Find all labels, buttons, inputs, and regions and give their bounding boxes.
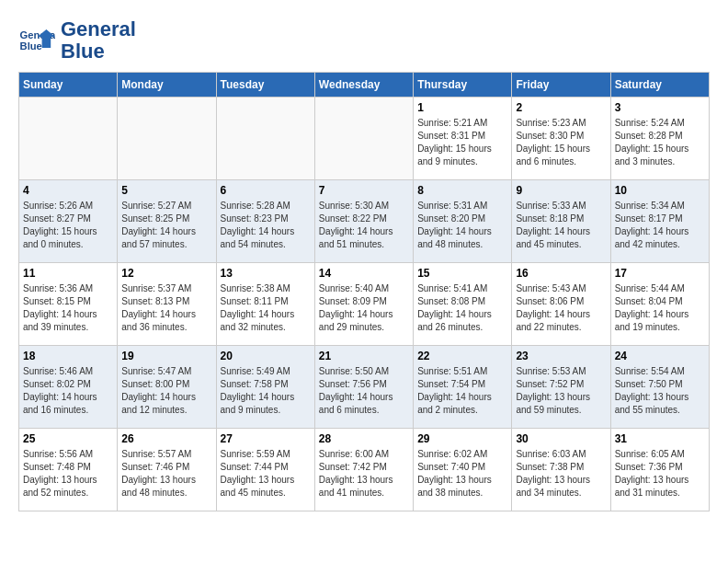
calendar-day-cell: 5Sunrise: 5:27 AMSunset: 8:25 PMDaylight…: [118, 180, 216, 263]
day-info: Sunrise: 5:33 AMSunset: 8:18 PMDaylight:…: [516, 200, 606, 251]
calendar-day-cell: 14Sunrise: 5:40 AMSunset: 8:09 PMDayligh…: [314, 263, 413, 346]
calendar-day-cell: [314, 98, 413, 180]
svg-text:Blue: Blue: [20, 41, 42, 52]
calendar-day-cell: 18Sunrise: 5:46 AMSunset: 8:02 PMDayligh…: [19, 346, 118, 429]
day-info: Sunrise: 5:31 AMSunset: 8:20 PMDaylight:…: [417, 200, 507, 251]
day-info: Sunrise: 5:36 AMSunset: 8:15 PMDaylight:…: [23, 282, 113, 334]
day-info: Sunrise: 6:00 AMSunset: 7:42 PMDaylight:…: [319, 448, 409, 500]
calendar-day-cell: 31Sunrise: 6:05 AMSunset: 7:36 PMDayligh…: [610, 429, 709, 511]
weekday-header-tuesday: Tuesday: [216, 73, 314, 98]
day-info: Sunrise: 5:26 AMSunset: 8:27 PMDaylight:…: [23, 200, 113, 251]
day-info: Sunrise: 6:03 AMSunset: 7:38 PMDaylight:…: [516, 448, 606, 500]
day-info: Sunrise: 5:41 AMSunset: 8:08 PMDaylight:…: [417, 282, 507, 334]
day-info: Sunrise: 5:46 AMSunset: 8:02 PMDaylight:…: [23, 365, 113, 417]
day-info: Sunrise: 5:57 AMSunset: 7:46 PMDaylight:…: [121, 448, 211, 500]
day-number: 16: [516, 267, 606, 280]
day-number: 24: [615, 350, 705, 362]
day-info: Sunrise: 5:50 AMSunset: 7:56 PMDaylight:…: [319, 365, 409, 417]
day-number: 2: [516, 101, 606, 114]
calendar-day-cell: 21Sunrise: 5:50 AMSunset: 7:56 PMDayligh…: [314, 346, 413, 429]
calendar-day-cell: 2Sunrise: 5:23 AMSunset: 8:30 PMDaylight…: [512, 98, 610, 180]
day-info: Sunrise: 5:43 AMSunset: 8:06 PMDaylight:…: [516, 282, 606, 334]
calendar-day-cell: [19, 98, 118, 180]
day-info: Sunrise: 5:51 AMSunset: 7:54 PMDaylight:…: [417, 365, 507, 417]
day-info: Sunrise: 5:38 AMSunset: 8:11 PMDaylight:…: [221, 282, 311, 334]
calendar-day-cell: 9Sunrise: 5:33 AMSunset: 8:18 PMDaylight…: [512, 180, 610, 263]
calendar-day-cell: 4Sunrise: 5:26 AMSunset: 8:27 PMDaylight…: [19, 180, 118, 263]
calendar-week-row: 18Sunrise: 5:46 AMSunset: 8:02 PMDayligh…: [19, 346, 710, 429]
calendar-day-cell: 24Sunrise: 5:54 AMSunset: 7:50 PMDayligh…: [610, 346, 709, 429]
weekday-header-saturday: Saturday: [610, 73, 709, 98]
day-number: 7: [319, 184, 409, 197]
calendar-day-cell: 22Sunrise: 5:51 AMSunset: 7:54 PMDayligh…: [414, 346, 512, 429]
calendar-day-cell: 13Sunrise: 5:38 AMSunset: 8:11 PMDayligh…: [216, 263, 314, 346]
day-info: Sunrise: 5:54 AMSunset: 7:50 PMDaylight:…: [615, 365, 705, 417]
day-number: 6: [221, 184, 311, 197]
calendar-day-cell: 10Sunrise: 5:34 AMSunset: 8:17 PMDayligh…: [610, 180, 709, 263]
day-info: Sunrise: 5:44 AMSunset: 8:04 PMDaylight:…: [615, 282, 705, 334]
day-number: 28: [319, 432, 409, 445]
weekday-header-thursday: Thursday: [414, 73, 512, 98]
calendar-day-cell: 12Sunrise: 5:37 AMSunset: 8:13 PMDayligh…: [118, 263, 216, 346]
calendar-day-cell: [216, 98, 314, 180]
day-number: 5: [121, 184, 211, 197]
day-number: 21: [319, 350, 409, 362]
day-number: 27: [221, 432, 311, 445]
calendar-day-cell: 1Sunrise: 5:21 AMSunset: 8:31 PMDaylight…: [414, 98, 512, 180]
calendar-day-cell: 8Sunrise: 5:31 AMSunset: 8:20 PMDaylight…: [414, 180, 512, 263]
day-number: 26: [121, 432, 211, 445]
day-info: Sunrise: 5:23 AMSunset: 8:30 PMDaylight:…: [516, 117, 606, 168]
calendar-day-cell: 23Sunrise: 5:53 AMSunset: 7:52 PMDayligh…: [512, 346, 610, 429]
day-info: Sunrise: 6:02 AMSunset: 7:40 PMDaylight:…: [417, 448, 507, 500]
day-info: Sunrise: 5:37 AMSunset: 8:13 PMDaylight:…: [121, 282, 211, 334]
calendar-day-cell: 7Sunrise: 5:30 AMSunset: 8:22 PMDaylight…: [314, 180, 413, 263]
weekday-header-row: SundayMondayTuesdayWednesdayThursdayFrid…: [19, 73, 710, 98]
calendar-day-cell: 27Sunrise: 5:59 AMSunset: 7:44 PMDayligh…: [216, 429, 314, 511]
day-number: 19: [121, 350, 211, 362]
day-number: 17: [615, 267, 705, 280]
calendar-day-cell: 29Sunrise: 6:02 AMSunset: 7:40 PMDayligh…: [414, 429, 512, 511]
calendar-day-cell: 30Sunrise: 6:03 AMSunset: 7:38 PMDayligh…: [512, 429, 610, 511]
day-number: 31: [615, 432, 705, 445]
day-info: Sunrise: 5:47 AMSunset: 8:00 PMDaylight:…: [121, 365, 211, 417]
calendar-week-row: 11Sunrise: 5:36 AMSunset: 8:15 PMDayligh…: [19, 263, 710, 346]
calendar-table: SundayMondayTuesdayWednesdayThursdayFrid…: [18, 72, 710, 511]
day-number: 23: [516, 350, 606, 362]
logo-text: General Blue: [61, 18, 136, 63]
page-header: General Blue General Blue: [18, 18, 710, 63]
calendar-day-cell: 3Sunrise: 5:24 AMSunset: 8:28 PMDaylight…: [610, 98, 709, 180]
day-info: Sunrise: 6:05 AMSunset: 7:36 PMDaylight:…: [615, 448, 705, 500]
day-info: Sunrise: 5:49 AMSunset: 7:58 PMDaylight:…: [221, 365, 311, 417]
day-info: Sunrise: 5:34 AMSunset: 8:17 PMDaylight:…: [615, 200, 705, 251]
calendar-day-cell: 17Sunrise: 5:44 AMSunset: 8:04 PMDayligh…: [610, 263, 709, 346]
day-number: 10: [615, 184, 705, 197]
calendar-day-cell: 26Sunrise: 5:57 AMSunset: 7:46 PMDayligh…: [118, 429, 216, 511]
day-number: 30: [516, 432, 606, 445]
day-number: 14: [319, 267, 409, 280]
day-info: Sunrise: 5:30 AMSunset: 8:22 PMDaylight:…: [319, 200, 409, 251]
logo: General Blue General Blue: [18, 18, 136, 63]
calendar-week-row: 25Sunrise: 5:56 AMSunset: 7:48 PMDayligh…: [19, 429, 710, 511]
day-info: Sunrise: 5:40 AMSunset: 8:09 PMDaylight:…: [319, 282, 409, 334]
day-number: 29: [417, 432, 507, 445]
calendar-day-cell: 19Sunrise: 5:47 AMSunset: 8:00 PMDayligh…: [118, 346, 216, 429]
day-info: Sunrise: 5:28 AMSunset: 8:23 PMDaylight:…: [221, 200, 311, 251]
day-info: Sunrise: 5:59 AMSunset: 7:44 PMDaylight:…: [221, 448, 311, 500]
calendar-day-cell: 6Sunrise: 5:28 AMSunset: 8:23 PMDaylight…: [216, 180, 314, 263]
calendar-day-cell: [118, 98, 216, 180]
day-number: 8: [417, 184, 507, 197]
day-number: 13: [221, 267, 311, 280]
day-number: 18: [23, 350, 113, 362]
day-info: Sunrise: 5:27 AMSunset: 8:25 PMDaylight:…: [121, 200, 211, 251]
calendar-day-cell: 16Sunrise: 5:43 AMSunset: 8:06 PMDayligh…: [512, 263, 610, 346]
day-number: 20: [221, 350, 311, 362]
calendar-day-cell: 15Sunrise: 5:41 AMSunset: 8:08 PMDayligh…: [414, 263, 512, 346]
day-number: 3: [615, 101, 705, 114]
day-number: 11: [23, 267, 113, 280]
calendar-day-cell: 20Sunrise: 5:49 AMSunset: 7:58 PMDayligh…: [216, 346, 314, 429]
weekday-header-monday: Monday: [118, 73, 216, 98]
calendar-week-row: 1Sunrise: 5:21 AMSunset: 8:31 PMDaylight…: [19, 98, 710, 180]
day-info: Sunrise: 5:56 AMSunset: 7:48 PMDaylight:…: [23, 448, 113, 500]
day-number: 25: [23, 432, 113, 445]
weekday-header-wednesday: Wednesday: [314, 73, 413, 98]
